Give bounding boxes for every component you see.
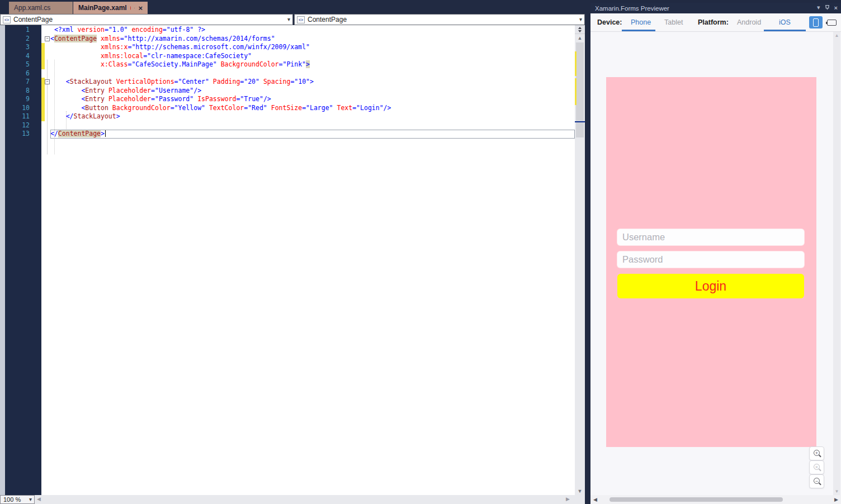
- scrollbar-right-icon[interactable]: ▶: [566, 496, 570, 502]
- element-dropdown-right[interactable]: <> ContentPage ▾: [294, 14, 585, 25]
- scrollbar-up-icon[interactable]: ▲: [575, 35, 585, 41]
- previewer-horizontal-scrollbar[interactable]: ◀ ▶: [590, 495, 841, 504]
- zoom-level-value: 100 %: [3, 496, 21, 503]
- code-line-text[interactable]: <ContentPage xmlns="http://xamarin.com/s…: [50, 35, 575, 44]
- scrollbar-left-icon[interactable]: ◀: [593, 497, 597, 502]
- navigation-bar: <> ContentPage ▾ <> ContentPage ▾: [0, 14, 585, 25]
- scrollbar-right-icon[interactable]: ▶: [834, 497, 838, 502]
- code-line[interactable]: 5x:Class="CafeSociety.MainPage" Backgrou…: [0, 60, 575, 69]
- code-line[interactable]: 2−<ContentPage xmlns="http://xamarin.com…: [0, 35, 575, 44]
- device-option-phone[interactable]: Phone: [631, 18, 651, 26]
- code-line[interactable]: 4xmlns:local="clr-namespace:CafeSociety": [0, 52, 575, 61]
- line-number: 12: [0, 121, 31, 130]
- code-line-text[interactable]: [50, 121, 575, 130]
- line-number: 7: [0, 78, 31, 87]
- line-number: 2: [0, 35, 31, 44]
- collapse-toggle[interactable]: −: [45, 79, 50, 84]
- outlining-column: −: [45, 78, 50, 87]
- device-label: Device:: [597, 18, 622, 26]
- code-line-text[interactable]: <?xml version="1.0" encoding="utf-8" ?>: [50, 26, 575, 35]
- scrollbar-up-icon[interactable]: ▲: [833, 33, 840, 38]
- outlining-column: [45, 69, 50, 78]
- line-number: 4: [0, 52, 31, 61]
- code-line[interactable]: 3xmlns:x="http://schemas.microsoft.com/w…: [0, 43, 575, 52]
- xml-element-icon: <>: [297, 16, 305, 23]
- editor-vertical-scrollbar[interactable]: ▲ ▼: [575, 25, 585, 495]
- preview-canvas: Login + × − ▲ ▼: [590, 32, 841, 495]
- code-line[interactable]: 9<Entry Placeholder="Password" IsPasswor…: [0, 95, 575, 104]
- phone-portrait-icon: [813, 18, 819, 27]
- scrollbar-thumb[interactable]: [610, 497, 783, 502]
- editor-bottom-bar: 100 % ▾ ◀ ▶: [0, 495, 585, 504]
- magnifier-minus-icon: −: [814, 478, 820, 484]
- code-line[interactable]: 7−<StackLayout VerticalOptions="Center" …: [0, 78, 575, 87]
- line-number: 3: [0, 43, 31, 52]
- previewer-title: Xamarin.Forms Previewer: [595, 5, 669, 12]
- pin-icon[interactable]: [134, 5, 135, 11]
- code-line-text[interactable]: <Entry Placeholder="Username"/>: [50, 87, 575, 96]
- scrollbar-down-icon[interactable]: ▼: [833, 489, 840, 494]
- close-icon[interactable]: ×: [138, 4, 143, 12]
- element-dropdown-left[interactable]: <> ContentPage ▾: [0, 14, 293, 25]
- outlining-column: [45, 52, 50, 61]
- window-menu-icon[interactable]: ▾: [817, 4, 820, 11]
- code-line[interactable]: 13</ContentPage>: [0, 130, 575, 139]
- tab-mainpage-xaml[interactable]: MainPage.xaml ×: [73, 2, 148, 14]
- magnifier-plus-icon: +: [814, 450, 820, 456]
- dropdown-arrow-icon: ▾: [29, 496, 32, 502]
- change-mark: [575, 51, 577, 76]
- document-tabbar: App.xaml.cs MainPage.xaml ×: [0, 0, 585, 14]
- zoom-out-button[interactable]: −: [809, 474, 824, 488]
- collapse-toggle[interactable]: −: [45, 36, 50, 41]
- code-line-text[interactable]: <Entry Placeholder="Password" IsPassword…: [50, 95, 575, 104]
- window-pin-icon[interactable]: [824, 4, 830, 11]
- code-line-text[interactable]: x:Class="CafeSociety.MainPage" Backgroun…: [50, 60, 575, 69]
- outlining-column: −: [45, 35, 50, 44]
- zoom-in-button[interactable]: +: [809, 446, 824, 460]
- xml-element-icon: <>: [3, 16, 11, 23]
- code-line[interactable]: 12: [0, 121, 575, 130]
- line-number: 1: [0, 26, 31, 35]
- code-line-text[interactable]: <Button BackgroundColor="Yellow" TextCol…: [50, 104, 575, 113]
- scrollbar-left-icon[interactable]: ◀: [37, 496, 41, 502]
- tab-app-xaml-cs[interactable]: App.xaml.cs: [9, 2, 73, 14]
- line-number: 6: [0, 69, 31, 78]
- line-number: 8: [0, 87, 31, 96]
- code-line-text[interactable]: [50, 69, 575, 78]
- window-close-icon[interactable]: ×: [834, 4, 838, 11]
- platform-option-android[interactable]: Android: [737, 18, 761, 26]
- code-line[interactable]: 8<Entry Placeholder="Username"/>: [0, 87, 575, 96]
- element-dropdown-label: ContentPage: [308, 16, 347, 23]
- code-line-text[interactable]: <StackLayout VerticalOptions="Center" Pa…: [50, 78, 575, 87]
- selected-underline: [622, 30, 655, 31]
- password-entry: [617, 251, 804, 268]
- code-line[interactable]: 6: [0, 69, 575, 78]
- code-line[interactable]: 11</StackLayout>: [0, 112, 575, 121]
- code-line-text[interactable]: xmlns:local="clr-namespace:CafeSociety": [50, 52, 575, 61]
- line-number: 5: [0, 60, 31, 69]
- orientation-landscape-button[interactable]: [827, 19, 840, 26]
- previewer-vertical-scrollbar[interactable]: ▲ ▼: [833, 32, 840, 495]
- device-option-tablet[interactable]: Tablet: [664, 18, 683, 26]
- outlining-column: [45, 43, 50, 52]
- code-line-text[interactable]: xmlns:x="http://schemas.microsoft.com/wi…: [50, 43, 575, 52]
- zoom-reset-button[interactable]: ×: [809, 460, 824, 474]
- code-line-text[interactable]: </StackLayout>: [50, 112, 575, 121]
- code-line[interactable]: 1<?xml version="1.0" encoding="utf-8" ?>: [0, 26, 575, 35]
- outlining-column: [45, 26, 50, 35]
- code-line[interactable]: 10<Button BackgroundColor="Yellow" TextC…: [0, 104, 575, 113]
- platform-label: Platform:: [698, 18, 729, 26]
- caret-position-mark: [575, 121, 585, 122]
- scrollbar-thumb[interactable]: [576, 42, 584, 137]
- previewer-titlebar: Xamarin.Forms Previewer ▾ ×: [590, 3, 841, 13]
- code-editor[interactable]: 1<?xml version="1.0" encoding="utf-8" ?>…: [0, 25, 575, 495]
- zoom-level-dropdown[interactable]: 100 % ▾: [0, 495, 35, 504]
- code-line-text[interactable]: </ContentPage>: [50, 130, 575, 139]
- change-mark: [575, 78, 577, 105]
- orientation-portrait-button[interactable]: [809, 16, 823, 28]
- line-number: 9: [0, 95, 31, 104]
- scrollbar-down-icon[interactable]: ▼: [575, 488, 585, 494]
- platform-option-ios[interactable]: iOS: [779, 18, 791, 26]
- line-number: 13: [0, 130, 31, 139]
- splitter-grip[interactable]: [575, 25, 585, 34]
